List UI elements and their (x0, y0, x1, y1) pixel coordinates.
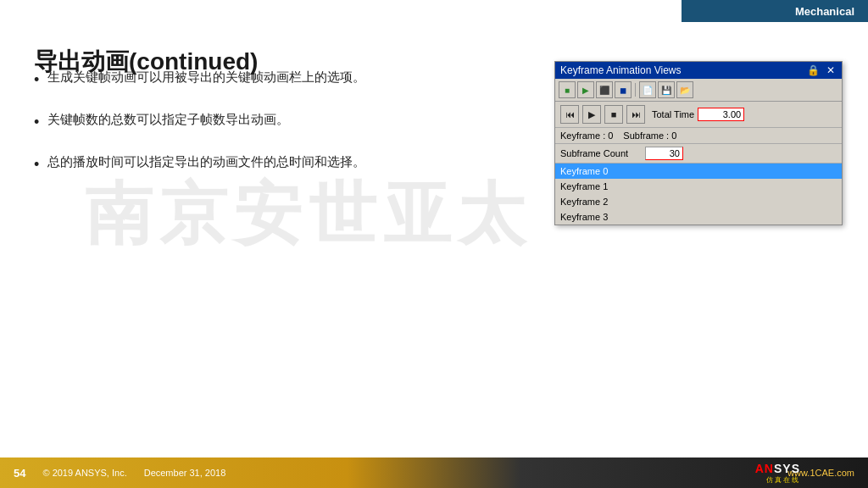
stop-button[interactable]: ■ (604, 105, 623, 124)
kf-controls-row: ⏮ ▶ ■ ⏭ Total Time (555, 102, 842, 128)
footer-copyright: © 2019 ANSYS, Inc. (42, 468, 126, 478)
kf-panel-title-bar: Keyframe Animation Views 🔒 ✕ (555, 62, 842, 79)
kf-list-item-0[interactable]: Keyframe 0 (555, 164, 842, 179)
kf-close-button[interactable]: ✕ (825, 64, 837, 76)
kf-toolbar: ■ ▶ ⬛ ◼ 📄 💾 📂 (555, 79, 842, 102)
kf-pin-button[interactable]: 🔒 (805, 64, 821, 76)
bullet-dot-1: • (34, 69, 39, 92)
ansys-sublabel: 仿真在线 (766, 475, 800, 485)
kf-keyframe-subframe-row: Keyframe : 0 Subframe : 0 (555, 128, 842, 144)
top-bar-title: Mechanical (795, 5, 854, 18)
bullet-text-3: 总的播放时间可以指定导出的动画文件的总时间和选择。 (47, 152, 365, 172)
bullet-dot-3: • (34, 153, 39, 176)
toolbar-btn-4[interactable]: ◼ (615, 81, 632, 98)
bullet-text-1: 生成关键帧动画可以用被导出的关键帧动画栏上的选项。 (47, 68, 365, 87)
kf-panel-title: Keyframe Animation Views (560, 64, 682, 76)
bullet-item-3: • 总的播放时间可以指定导出的动画文件的总时间和选择。 (34, 152, 509, 176)
bullet-item-1: • 生成关键帧动画可以用被导出的关键帧动画栏上的选项。 (34, 68, 509, 92)
kf-animation-panel: Keyframe Animation Views 🔒 ✕ ■ ▶ ⬛ ◼ 📄 💾… (554, 61, 843, 225)
bullet-item-2: • 关键帧数的总数可以指定子帧数导出动画。 (34, 110, 509, 134)
kf-title-icons: 🔒 ✕ (805, 64, 837, 76)
toolbar-btn-5[interactable]: 📄 (639, 81, 656, 98)
footer-left: 54 © 2019 ANSYS, Inc. December 31, 2018 (14, 467, 225, 480)
toolbar-btn-6[interactable]: 💾 (658, 81, 675, 98)
footer-page-number: 54 (14, 467, 25, 480)
total-time-label: Total Time (652, 109, 694, 119)
bullet-dot-2: • (34, 111, 39, 134)
toolbar-btn-2[interactable]: ▶ (577, 81, 594, 98)
footer-date: December 31, 2018 (144, 468, 226, 478)
ansys-logo-text: ANSYS (755, 462, 800, 475)
subframe-count-input[interactable] (645, 147, 683, 160)
toolbar-btn-1[interactable]: ■ (559, 81, 576, 98)
footer-right: www.1CAE.com ANSYS 仿真在线 (787, 468, 854, 478)
kf-list-item-2[interactable]: Keyframe 2 (555, 194, 842, 209)
toolbar-btn-3[interactable]: ⬛ (596, 81, 613, 98)
kf-subframe-count-row: Subframe Count (555, 144, 842, 164)
footer: 54 © 2019 ANSYS, Inc. December 31, 2018 … (0, 458, 868, 488)
toolbar-separator-1 (635, 83, 636, 97)
kf-list-item-1[interactable]: Keyframe 1 (555, 179, 842, 194)
skip-forward-button[interactable]: ⏭ (626, 105, 645, 124)
kf-list-item-3[interactable]: Keyframe 3 (555, 209, 842, 225)
total-time-input[interactable] (698, 108, 744, 121)
top-bar: Mechanical (682, 0, 868, 22)
subframe-counter: Subframe : 0 (623, 130, 676, 141)
bullet-text-2: 关键帧数的总数可以指定子帧数导出动画。 (47, 110, 289, 130)
subframe-count-label: Subframe Count (560, 148, 645, 158)
ansys-logo: ANSYS 仿真在线 (755, 462, 800, 485)
play-button[interactable]: ▶ (582, 105, 601, 124)
bullets-container: • 生成关键帧动画可以用被导出的关键帧动画栏上的选项。 • 关键帧数的总数可以指… (34, 68, 509, 195)
skip-back-button[interactable]: ⏮ (560, 105, 579, 124)
kf-list: Keyframe 0 Keyframe 1 Keyframe 2 Keyfram… (555, 164, 842, 225)
keyframe-counter: Keyframe : 0 (560, 130, 613, 141)
toolbar-btn-7[interactable]: 📂 (676, 81, 693, 98)
